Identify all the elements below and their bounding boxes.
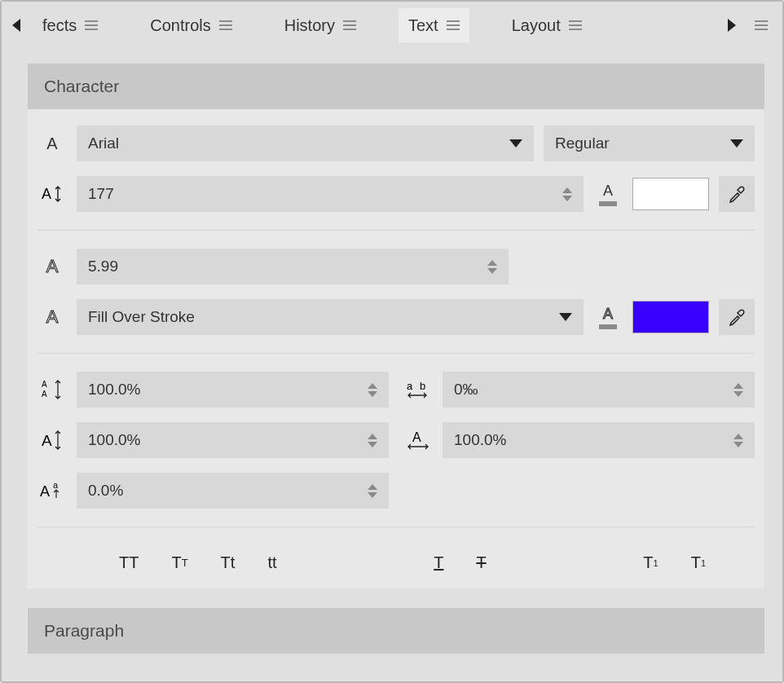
tab-label: History [284, 16, 335, 35]
svg-text:A: A [42, 390, 47, 399]
tab-label: Controls [150, 16, 210, 35]
tab-label: Layout [512, 16, 561, 35]
vertical-scale-stepper[interactable]: 100.0% [77, 422, 389, 458]
stroke-width-row: A 5.99 [37, 249, 755, 284]
vertical-scale-value: 100.0% [88, 431, 140, 449]
font-size-value: 177 [88, 185, 114, 203]
svg-text:b: b [420, 380, 425, 392]
horizontal-scale-icon: A [403, 430, 433, 451]
font-row: A Arial Regular [37, 126, 755, 161]
stepper-up-icon[interactable] [368, 484, 377, 490]
content-scroll[interactable]: Character A Arial Regular [2, 49, 782, 681]
stroke-eyedropper-button[interactable] [719, 299, 755, 335]
svg-text:a: a [407, 380, 413, 392]
fill-color-icon: A [593, 183, 623, 206]
stroke-color-icon: A [593, 306, 623, 329]
eyedropper-icon [728, 308, 746, 326]
font-style-dropdown[interactable]: Regular [544, 126, 755, 161]
stroke-order-value: Fill Over Stroke [88, 308, 195, 326]
divider [37, 230, 755, 231]
font-family-value: Arial [88, 134, 119, 152]
chevron-down-icon [509, 139, 522, 148]
stepper-down-icon[interactable] [368, 391, 377, 397]
spacing-row-1: AA 100.0% ab 0‰ [37, 372, 755, 408]
line-spacing-value: 100.0% [88, 381, 140, 399]
tracking-value: 0‰ [454, 381, 478, 399]
stepper-down-icon[interactable] [733, 391, 743, 397]
tab-effects[interactable]: fects [33, 8, 108, 42]
svg-text:A: A [42, 380, 47, 389]
panel-menu-icon[interactable] [755, 20, 768, 30]
stepper-up-icon[interactable] [368, 434, 377, 439]
tab-layout[interactable]: Layout [502, 8, 592, 42]
spacing-row-2: A 100.0% A 100.0% [37, 422, 755, 458]
stepper-up-icon[interactable] [368, 383, 377, 389]
stepper-up-icon[interactable] [487, 260, 497, 266]
all-caps-button[interactable]: TT [119, 553, 139, 572]
hamburger-icon[interactable] [219, 20, 232, 30]
svg-text:A: A [42, 186, 51, 202]
paragraph-panel: Paragraph [28, 608, 764, 654]
stroke-width-icon: A [37, 256, 67, 277]
lower-case-button[interactable]: tt [267, 553, 276, 572]
chevron-down-icon [559, 313, 572, 321]
tab-scroll-next[interactable] [720, 9, 743, 42]
tracking-stepper[interactable]: 0‰ [443, 372, 755, 408]
hamburger-icon[interactable] [447, 20, 460, 30]
font-size-stepper[interactable]: 177 [77, 176, 584, 212]
stepper-up-icon[interactable] [733, 383, 743, 389]
font-style-value: Regular [555, 134, 610, 152]
chevron-down-icon [730, 139, 743, 148]
svg-text:A: A [412, 430, 421, 444]
stroke-order-dropdown[interactable]: Fill Over Stroke [77, 299, 584, 335]
tab-text[interactable]: Text [399, 8, 469, 42]
stepper-up-icon[interactable] [733, 434, 743, 439]
stepper-down-icon[interactable] [487, 268, 497, 274]
chevron-left-icon [12, 19, 20, 32]
font-family-icon: A [37, 134, 67, 153]
strikethrough-button[interactable]: T [476, 553, 486, 572]
horizontal-scale-value: 100.0% [454, 431, 506, 449]
font-size-row: A 177 A [37, 176, 755, 212]
fill-color-swatch[interactable] [632, 178, 709, 210]
character-panel-header: Character [28, 64, 764, 109]
tracking-icon: ab [403, 379, 433, 400]
tab-scroll-prev[interactable] [5, 9, 28, 42]
hamburger-icon[interactable] [569, 20, 582, 30]
horizontal-scale-stepper[interactable]: 100.0% [443, 422, 755, 458]
stepper-down-icon[interactable] [368, 492, 377, 498]
hamburger-icon[interactable] [343, 20, 356, 30]
tab-history[interactable]: History [275, 8, 366, 42]
font-family-dropdown[interactable]: Arial [77, 126, 534, 161]
svg-text:A: A [42, 432, 52, 449]
stroke-width-value: 5.99 [88, 258, 118, 275]
baseline-shift-stepper[interactable]: 0.0% [77, 473, 389, 509]
underline-button[interactable]: T [434, 553, 443, 572]
character-panel: Character A Arial Regular [28, 64, 764, 588]
title-case-button[interactable]: Tt [221, 553, 236, 572]
stepper-up-icon[interactable] [562, 187, 572, 193]
chevron-right-icon [728, 19, 736, 32]
baseline-shift-value: 0.0% [88, 482, 123, 500]
fill-eyedropper-button[interactable] [719, 176, 755, 212]
stroke-width-stepper[interactable]: 5.99 [77, 249, 509, 284]
svg-text:A: A [40, 483, 50, 500]
tab-controls[interactable]: Controls [140, 8, 241, 42]
divider [37, 527, 755, 527]
svg-text:a: a [53, 480, 59, 490]
line-spacing-stepper[interactable]: 100.0% [77, 372, 389, 408]
paragraph-panel-header: Paragraph [28, 608, 764, 654]
tab-label: Text [408, 16, 438, 35]
stepper-down-icon[interactable] [733, 442, 743, 447]
stepper-down-icon[interactable] [368, 442, 377, 447]
subscript-button[interactable]: T1 [691, 553, 706, 572]
eyedropper-icon [728, 185, 746, 203]
superscript-button[interactable]: T1 [643, 553, 658, 572]
baseline-row: Aa 0.0% [37, 473, 755, 509]
small-caps-button[interactable]: TT [171, 553, 187, 572]
stroke-order-icon: A [37, 306, 67, 328]
stepper-down-icon[interactable] [562, 196, 572, 201]
stroke-color-swatch[interactable] [632, 301, 709, 333]
hamburger-icon[interactable] [85, 20, 98, 30]
divider [37, 353, 755, 354]
